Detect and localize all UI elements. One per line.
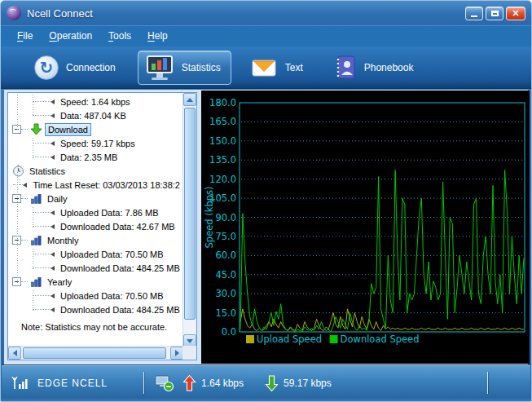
tree-item-downloaded-data[interactable]: Downloaded Data: 484.25 MB xyxy=(8,303,182,316)
y-tick-label: 180.0 xyxy=(209,97,236,108)
tree-guide-line xyxy=(20,179,20,186)
close-button[interactable]: ✕ xyxy=(506,7,525,20)
arrow-left-icon xyxy=(13,350,17,356)
tree-item-statistics[interactable]: Statistics xyxy=(8,164,182,178)
tree-item-label: Speed: 59.17 kbps xyxy=(58,138,138,149)
menu-file[interactable]: File xyxy=(9,26,41,46)
tree-item-time-last-reset[interactable]: Time Last Reset: 03/03/2013 18:38:2 xyxy=(8,178,182,192)
scrollbar-corner xyxy=(182,346,196,360)
y-tick-label: 165.0 xyxy=(209,116,236,127)
vertical-scroll-thumb[interactable] xyxy=(184,108,196,320)
toolbar-button-phonebook[interactable]: Phonebook xyxy=(325,51,424,85)
scroll-up-button[interactable] xyxy=(183,93,196,106)
horizontal-scroll-thumb[interactable] xyxy=(23,347,166,359)
tree-item-uploaded-data[interactable]: Uploaded Data: 70.50 MB xyxy=(8,247,182,261)
tree-item-label: Downloaded Data: 484.25 MB xyxy=(58,304,182,316)
window-bottom-edge xyxy=(1,398,531,401)
leaf-marker-icon xyxy=(51,210,55,215)
statistics-tree-panel: Speed: 1.64 kbpsData: 487.04 KBDownloadS… xyxy=(7,92,197,360)
upload-arrow-icon xyxy=(182,374,196,392)
window-controls: ✕ xyxy=(463,7,525,20)
tree-item-speed[interactable]: Speed: 1.64 kbps xyxy=(8,95,182,108)
tree-item-data[interactable]: Data: 487.04 KB xyxy=(8,108,182,122)
toolbar-button-label: Connection xyxy=(66,62,116,73)
minimize-button[interactable] xyxy=(465,7,483,20)
maximize-icon xyxy=(491,11,499,16)
y-tick-label: 150.0 xyxy=(209,135,236,147)
app-window: Ncell Connect ✕ FileOperationToolsHelp ↻… xyxy=(0,0,532,402)
tree-view: Speed: 1.64 kbpsData: 487.04 KBDownloadS… xyxy=(8,95,182,346)
toolbar: ↻ConnectionStatisticsTextPhonebook xyxy=(1,46,531,89)
arrow-right-icon xyxy=(175,350,179,356)
horizontal-scrollbar[interactable] xyxy=(8,346,183,360)
tree-guide-line xyxy=(33,138,33,158)
window-title: Ncell Connect xyxy=(27,7,93,20)
tree-item-label: Uploaded Data: 70.50 MB xyxy=(58,249,166,260)
toolbar-button-connection[interactable]: ↻Connection xyxy=(27,51,126,84)
tree-guide-line xyxy=(33,290,33,311)
tree-item-label: Speed: 1.64 kbps xyxy=(58,96,133,108)
vertical-scrollbar[interactable] xyxy=(182,93,196,347)
status-divider xyxy=(143,372,144,394)
y-tick-label: 120.0 xyxy=(209,174,236,185)
toolbar-button-label: Statistics xyxy=(182,62,221,73)
arrow-up-icon xyxy=(187,98,193,102)
tree-item-speed[interactable]: Speed: 59.17 kbps xyxy=(8,136,182,150)
network-name: EDGE NCELL xyxy=(37,378,108,389)
traffic-group: 1.64 kbps 59.17 kbps xyxy=(155,365,332,400)
tree-item-downloaded-data[interactable]: Downloaded Data: 484.25 MB xyxy=(8,261,182,275)
toolbar-button-text[interactable]: Text xyxy=(243,52,314,83)
leaf-marker-icon xyxy=(51,224,55,229)
maximize-button[interactable] xyxy=(486,7,503,20)
tree-item-label: Uploaded Data: 70.50 MB xyxy=(58,290,166,302)
upload-speed-value: 1.64 kbps xyxy=(201,378,244,389)
scroll-left-button[interactable] xyxy=(8,347,21,360)
leaf-marker-icon xyxy=(51,155,55,160)
leaf-marker-icon xyxy=(51,307,55,312)
tree-item-label: Time Last Reset: 03/03/2013 18:38:2 xyxy=(30,179,182,191)
phonebook-icon xyxy=(332,55,357,81)
scroll-right-button[interactable] xyxy=(170,347,183,360)
tree-item-yearly[interactable]: Yearly xyxy=(8,275,182,289)
tree-item-label: Data: 487.04 KB xyxy=(58,110,129,121)
download-arrow-icon xyxy=(30,123,42,135)
tree-item-data[interactable]: Data: 2.35 MB xyxy=(8,150,182,164)
leaf-marker-icon xyxy=(51,99,55,104)
y-tick-label: 15.0 xyxy=(215,307,236,319)
y-tick-label: 45.0 xyxy=(215,269,236,281)
menu-bar: FileOperationToolsHelp xyxy=(1,25,531,46)
speed-chart: 180.0165.0150.0135.0120.0105.090.075.060… xyxy=(201,91,530,364)
title-bar[interactable]: Ncell Connect ✕ xyxy=(1,1,531,25)
signal-strength-icon xyxy=(11,375,31,391)
tree-item-label: Yearly xyxy=(45,276,74,288)
app-logo-icon xyxy=(7,6,21,20)
tree-item-daily[interactable]: Daily xyxy=(8,192,182,205)
y-tick-label: 0.0 xyxy=(222,326,236,338)
tree-item-download[interactable]: Download xyxy=(8,122,182,136)
bar-chart-icon xyxy=(30,276,42,288)
tree-item-uploaded-data[interactable]: Uploaded Data: 70.50 MB xyxy=(8,289,182,303)
legend-swatch xyxy=(330,335,338,343)
y-tick-label: 135.0 xyxy=(209,154,236,166)
leaf-marker-icon xyxy=(51,294,55,298)
tree-item-monthly[interactable]: Monthly xyxy=(8,233,182,247)
tree-item-label: Downloaded Data: 484.25 MB xyxy=(58,263,182,274)
menu-tools[interactable]: Tools xyxy=(100,26,139,46)
y-tick-label: 75.0 xyxy=(215,231,236,242)
tree-item-label: Download xyxy=(45,123,91,136)
tree-item-downloaded-data[interactable]: Downloaded Data: 42.67 MB xyxy=(8,219,182,233)
status-bar: EDGE NCELL 1.64 kbps 59.17 kbps xyxy=(2,364,530,400)
network-status-icon xyxy=(155,374,174,392)
tree-item-label: Daily xyxy=(45,193,69,205)
tree-guide-line xyxy=(33,207,33,228)
menu-help[interactable]: Help xyxy=(139,26,176,46)
refresh-icon: ↻ xyxy=(34,55,59,80)
menu-operation[interactable]: Operation xyxy=(41,26,100,46)
tree-item-label: Data: 2.35 MB xyxy=(58,152,120,163)
toolbar-button-statistics[interactable]: Statistics xyxy=(138,51,231,85)
tree-item-label: Uploaded Data: 7.86 MB xyxy=(58,207,160,219)
tree-item-uploaded-data[interactable]: Uploaded Data: 7.86 MB xyxy=(8,205,182,219)
minimize-icon xyxy=(471,15,477,17)
download-arrow-icon xyxy=(265,374,279,392)
toolbar-button-label: Text xyxy=(285,62,303,73)
